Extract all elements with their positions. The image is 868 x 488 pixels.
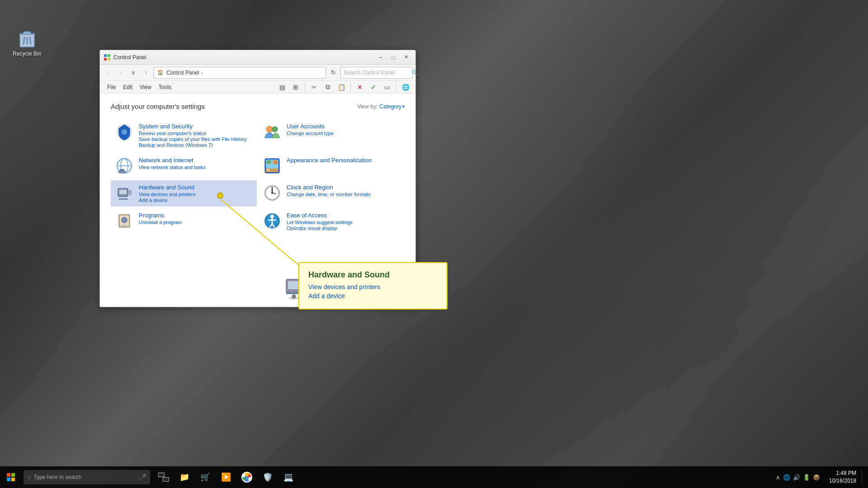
hardware-sound-name[interactable]: Hardware and Sound xyxy=(139,184,252,191)
forward-button[interactable]: › xyxy=(115,67,126,78)
desktop: Recycle Bin Control Panel ─ □ ✕ ‹ xyxy=(0,0,868,488)
menu-view[interactable]: View xyxy=(136,83,155,91)
taskbar-media-player[interactable]: ▶️ xyxy=(216,467,236,487)
toolbar-rename-button[interactable]: ▭ xyxy=(381,81,393,93)
menu-tools[interactable]: Tools xyxy=(155,83,175,91)
minimize-button[interactable]: ─ xyxy=(375,52,387,62)
programs-link-0[interactable]: Uninstall a program xyxy=(139,220,252,225)
svg-rect-30 xyxy=(119,198,128,200)
tray-dropbox[interactable]: 📦 xyxy=(813,474,820,481)
hardware-sound-link-0[interactable]: View devices and printers xyxy=(139,192,252,197)
toolbar-check-button[interactable]: ✓ xyxy=(367,81,380,93)
taskbar-search-bar[interactable]: ○ 🎤 xyxy=(24,470,150,484)
search-input[interactable] xyxy=(344,70,411,76)
callout-link-2[interactable]: Add a device xyxy=(308,292,438,300)
search-bar[interactable]: 🔍 xyxy=(340,67,413,79)
category-network-internet[interactable]: Network and Internet View network status… xyxy=(111,153,257,178)
category-programs[interactable]: Programs Uninstall a program xyxy=(111,208,257,235)
menu-file[interactable]: File xyxy=(104,83,119,91)
callout-link-1[interactable]: View devices and printers xyxy=(308,283,438,291)
system-security-link-2[interactable]: Backup and Restore (Windows 7) xyxy=(139,142,252,148)
svg-rect-28 xyxy=(119,190,127,194)
clock-region-link-0[interactable]: Change date, time, or number formats xyxy=(287,192,400,197)
taskbar-app-misc[interactable]: 💻 xyxy=(278,467,298,487)
menu-edit[interactable]: Edit xyxy=(119,83,136,91)
tray-battery[interactable]: 🔋 xyxy=(803,474,810,481)
appearance-name[interactable]: Appearance and Personalization xyxy=(287,157,400,164)
programs-name[interactable]: Programs xyxy=(139,212,252,219)
hardware-sound-link-1[interactable]: Add a device xyxy=(139,197,252,203)
category-clock-region[interactable]: Clock and Region Change date, time, or n… xyxy=(259,180,405,206)
close-button[interactable]: ✕ xyxy=(400,52,412,62)
taskbar-file-explorer[interactable]: 📁 xyxy=(175,467,194,487)
system-security-name[interactable]: System and Security xyxy=(139,123,252,130)
svg-rect-6 xyxy=(104,54,107,57)
system-security-text: System and Security Review your computer… xyxy=(139,123,252,148)
taskbar-clock[interactable]: 1:48 PM 10/16/2018 xyxy=(826,469,860,485)
ease-of-access-name[interactable]: Ease of Access xyxy=(287,212,400,219)
category-user-accounts[interactable]: User Accounts Change account type xyxy=(259,119,405,151)
view-by-control: View by: Category ▾ xyxy=(357,103,405,110)
tray-chevron[interactable]: ∧ xyxy=(776,474,780,481)
clock-region-name[interactable]: Clock and Region xyxy=(287,184,400,191)
taskbar-store[interactable]: 🛒 xyxy=(195,467,215,487)
network-internet-links: View network status and tasks xyxy=(139,164,252,170)
toolbar-copy-button[interactable]: ⧉ xyxy=(321,81,334,93)
taskbar-apps: 📁 🛒 ▶️ xyxy=(154,467,298,487)
toolbar-view-button[interactable]: ⊞ xyxy=(289,81,302,93)
svg-point-12 xyxy=(266,126,273,132)
dropdown-button[interactable]: ∨ xyxy=(128,67,139,78)
svg-rect-58 xyxy=(11,478,15,481)
taskbar-chrome[interactable] xyxy=(237,467,257,487)
svg-rect-24 xyxy=(267,169,269,171)
toolbar-paste-button[interactable]: 📋 xyxy=(335,81,348,93)
category-hardware-sound[interactable]: Hardware and Sound View devices and prin… xyxy=(111,180,257,206)
user-accounts-name[interactable]: User Accounts xyxy=(287,123,400,130)
taskbar-search-input[interactable] xyxy=(33,474,124,480)
category-appearance[interactable]: Appearance and Personalization xyxy=(259,153,405,178)
recycle-bin-label: Recycle Bin xyxy=(13,51,41,57)
system-security-link-0[interactable]: Review your computer's status xyxy=(139,131,252,136)
ease-of-access-links: Let Windows suggest settings Optimize vi… xyxy=(287,220,400,231)
taskbar-security[interactable]: 🛡️ xyxy=(258,467,278,487)
show-desktop-button[interactable] xyxy=(862,469,864,485)
address-separator: › xyxy=(201,70,203,76)
ease-of-access-link-0[interactable]: Let Windows suggest settings xyxy=(287,220,400,225)
callout-box: Hardware and Sound View devices and prin… xyxy=(298,262,448,310)
start-button[interactable] xyxy=(0,466,22,488)
recycle-bin-icon[interactable]: Recycle Bin xyxy=(9,27,45,57)
maximize-button[interactable]: □ xyxy=(387,52,399,62)
toolbar-delete-button[interactable]: ✕ xyxy=(354,81,366,93)
toolbar-network-button[interactable]: 🌐 xyxy=(399,81,412,93)
network-internet-link-0[interactable]: View network status and tasks xyxy=(139,164,252,170)
address-bar[interactable]: 🏠 Control Panel › xyxy=(153,67,326,79)
category-ease-of-access[interactable]: Ease of Access Let Windows suggest setti… xyxy=(259,208,405,235)
navigation-bar: ‹ › ∨ ↑ 🏠 Control Panel › ↻ 🔍 xyxy=(100,65,415,81)
chrome-icon xyxy=(241,471,253,483)
window-icon xyxy=(104,54,111,61)
svg-rect-7 xyxy=(108,54,110,57)
toolbar-panes-button[interactable]: ▤ xyxy=(276,81,288,93)
up-button[interactable]: ↑ xyxy=(141,67,151,78)
system-security-link-1[interactable]: Save backup copies of your files with Fi… xyxy=(139,136,252,142)
address-path: Control Panel xyxy=(166,70,199,76)
ease-of-access-link-1[interactable]: Optimize visual display xyxy=(287,225,400,231)
hardware-sound-links: View devices and printers Add a device xyxy=(139,192,252,203)
svg-point-38 xyxy=(122,217,127,223)
system-security-icon xyxy=(115,123,133,141)
appearance-icon xyxy=(263,157,281,175)
taskbar-task-view[interactable] xyxy=(154,467,174,487)
refresh-button[interactable]: ↻ xyxy=(328,67,339,78)
network-internet-name[interactable]: Network and Internet xyxy=(139,157,252,164)
back-button[interactable]: ‹ xyxy=(103,67,113,78)
address-home-icon: 🏠 xyxy=(157,70,164,75)
toolbar-cut-button[interactable]: ✂ xyxy=(308,81,321,93)
category-system-security[interactable]: System and Security Review your computer… xyxy=(111,119,257,151)
user-accounts-link-0[interactable]: Change account type xyxy=(287,131,400,136)
view-by-value[interactable]: Category ▾ xyxy=(379,103,405,110)
separator-3 xyxy=(396,83,396,92)
programs-icon xyxy=(115,212,133,230)
tray-network[interactable]: 🌐 xyxy=(783,474,790,481)
tray-volume[interactable]: 🔊 xyxy=(793,474,800,481)
svg-rect-18 xyxy=(118,171,126,173)
